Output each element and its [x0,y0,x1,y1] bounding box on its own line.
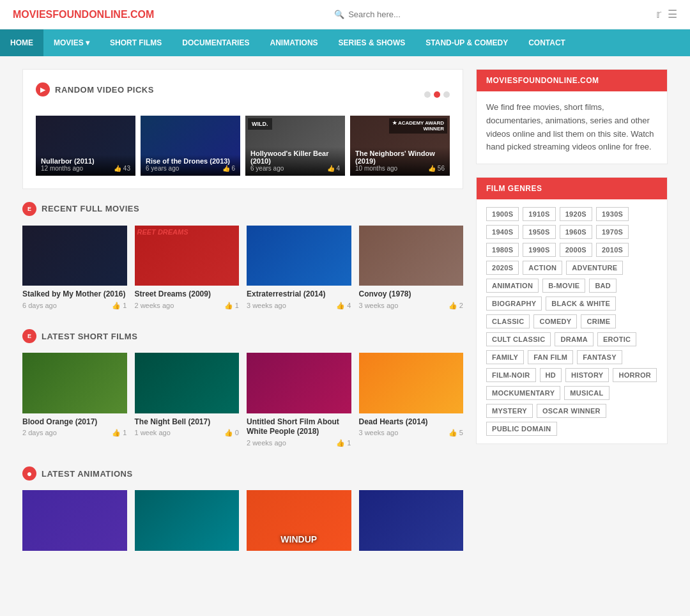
nav-home[interactable]: HOME [0,29,43,56]
twitter-icon[interactable]: 𝕣 [656,8,661,21]
recent-movies-icon: E [22,202,36,216]
genre-tag-1970s[interactable]: 1970S [596,225,629,239]
genre-tag-bad[interactable]: BAD [589,279,617,293]
animations-title: LATEST ANIMATIONS [42,469,133,479]
genre-tag-classic[interactable]: CLASSIC [486,314,530,328]
genre-tag-1920s[interactable]: 1920S [560,207,592,221]
genres-box: FILM GENRES 1900S1910S1920S1930S1940S195… [476,177,668,444]
search-icon: 🔍 [334,10,344,19]
main-container: ▶ RANDOM VIDEO PICKS Nullarbor (2011) [13,56,677,583]
recent-movie-2[interactable]: Extraterrestrial (2014) 3 weeks ago👍 4 [247,226,351,310]
genre-tag-cult-classic[interactable]: CULT CLASSIC [486,332,551,346]
random-pick-card-0[interactable]: Nullarbor (2011) 12 months ago👍 43 [36,116,135,176]
nav-contact[interactable]: CONTACT [518,29,576,56]
random-pick-card-2[interactable]: WILD. Hollywood's Killer Bear (2010) 6 y… [245,116,345,176]
genre-tag-2020s[interactable]: 2020S [486,261,519,275]
genre-tag-black---white[interactable]: BLACK & WHITE [546,296,616,311]
short-films-section: E LATEST SHORT FILMS Blood Orange (2017)… [22,329,463,447]
genre-tag-crime[interactable]: CRIME [581,314,616,328]
social-icons: 𝕣 ☰ [656,8,677,21]
random-picks-header: ▶ RANDOM VIDEO PICKS [36,82,450,106]
animations-grid: WINDUP [22,490,463,551]
genre-tag-1910s[interactable]: 1910S [523,207,555,221]
genre-tag-1900s[interactable]: 1900S [486,207,519,221]
random-picks-title: RANDOM VIDEO PICKS [55,85,154,95]
site-header: MOVIESFOUNDONLINE.COM 🔍 𝕣 ☰ [0,0,690,29]
genre-tag-animation[interactable]: ANIMATION [486,279,539,293]
rss-icon[interactable]: ☰ [668,8,677,21]
genre-tag-1980s[interactable]: 1980S [486,243,519,257]
recent-movie-0[interactable]: Stalked by My Mother (2016) 6 days ago👍 … [22,226,127,310]
short-films-header: E LATEST SHORT FILMS [22,329,463,343]
search-input[interactable] [348,10,476,19]
genre-tag-1990s[interactable]: 1990S [523,243,555,257]
genre-tag-history[interactable]: HISTORY [565,368,609,382]
genre-tag-fantasy[interactable]: FANTASY [577,350,622,364]
genres-header: FILM GENRES [477,178,667,199]
carousel-dot-2[interactable] [434,91,440,98]
genre-tags-container: 1900S1910S1920S1930S1940S1950S1960S1970S… [477,199,667,443]
genre-tag-1930s[interactable]: 1930S [596,207,629,221]
random-picks-title-row: ▶ RANDOM VIDEO PICKS [36,82,154,96]
nav-series-shows[interactable]: SERIES & SHOWS [328,29,416,56]
short-film-2[interactable]: Untitled Short Film About White People (… [247,353,351,447]
site-description: We find free movies, short films, docume… [486,101,657,154]
genre-tag-hd[interactable]: HD [540,368,562,382]
carousel-dot-3[interactable] [443,91,450,98]
random-picks-grid: Nullarbor (2011) 12 months ago👍 43 Rise … [36,116,450,176]
genre-tag-b-movie[interactable]: B-MOVIE [542,279,585,293]
genre-tag-action[interactable]: ACTION [523,261,562,275]
genre-tag-comedy[interactable]: COMEDY [533,314,577,328]
logo-movies: MOVIES [13,9,52,20]
genre-tag-1940s[interactable]: 1940S [486,225,519,239]
genre-tag-2010s[interactable]: 2010S [596,243,629,257]
genre-tag-fan-film[interactable]: FAN FILM [528,350,573,364]
nav-standup-comedy[interactable]: STAND-UP & COMEDY [415,29,518,56]
recent-movies-section: E RECENT FULL MOVIES Stalked by My Mothe… [22,202,463,310]
animation-2[interactable]: WINDUP [247,490,351,551]
genre-tag-musical[interactable]: MUSICAL [564,386,609,400]
site-info-body: We find free movies, short films, docume… [477,91,667,164]
random-picks-icon: ▶ [36,82,50,96]
genre-tag-erotic[interactable]: EROTIC [597,332,636,346]
nav-animations[interactable]: ANIMATIONS [259,29,328,56]
genre-tag-1950s[interactable]: 1950S [523,225,555,239]
short-films-grid: Blood Orange (2017) 2 days ago👍 1 The Ni… [22,353,463,447]
genre-tag-horror[interactable]: HORROR [613,368,657,382]
genre-tag-family[interactable]: FAMILY [486,350,524,364]
carousel-dots [424,91,450,98]
recent-movie-1[interactable]: REET DREAMS Street Dreams (2009) 2 weeks… [135,226,240,310]
animations-icon: ● [22,466,36,481]
animation-1[interactable] [135,490,240,551]
random-pick-card-3[interactable]: ★ ACADEMY AWARDWINNER The Neighbors' Win… [350,116,450,176]
main-nav: HOME MOVIES ▾ SHORT FILMS DOCUMENTARIES … [0,29,690,56]
genre-tag-2000s[interactable]: 2000S [560,243,592,257]
recent-movie-3[interactable]: Convoy (1978) 3 weeks ago👍 2 [359,226,464,310]
short-film-3[interactable]: Dead Hearts (2014) 3 weeks ago👍 5 [359,353,464,447]
short-film-1[interactable]: The Night Bell (2017) 1 week ago👍 0 [135,353,240,447]
genre-tag-film-noir[interactable]: FILM-NOIR [486,368,536,382]
site-info-box: MOVIESFOUNDONLINE.COM We find free movie… [476,69,668,164]
animation-0[interactable] [22,490,127,551]
genre-tag-biography[interactable]: BIOGRAPHY [486,296,542,311]
recent-movies-header: E RECENT FULL MOVIES [22,202,463,216]
random-picks-section: ▶ RANDOM VIDEO PICKS Nullarbor (2011) [22,69,463,189]
genre-tag-adventure[interactable]: ADVENTURE [566,261,623,275]
genre-tag-public-domain[interactable]: PUBLIC DOMAIN [486,422,557,436]
nav-documentaries[interactable]: DOCUMENTARIES [172,29,259,56]
genre-tag-oscar-winner[interactable]: OSCAR WINNER [537,404,606,418]
genre-tag-1960s[interactable]: 1960S [560,225,592,239]
nav-short-films[interactable]: SHORT FILMS [100,29,172,56]
nav-movies[interactable]: MOVIES ▾ [43,29,100,56]
short-films-icon: E [22,329,36,343]
animations-header: ● LATEST ANIMATIONS [22,466,463,481]
short-film-0[interactable]: Blood Orange (2017) 2 days ago👍 1 [22,353,127,447]
content-area: ▶ RANDOM VIDEO PICKS Nullarbor (2011) [22,69,463,570]
site-logo[interactable]: MOVIESFOUNDONLINE.COM [13,9,154,20]
genre-tag-mystery[interactable]: MYSTERY [486,404,533,418]
animation-3[interactable] [359,490,464,551]
genre-tag-drama[interactable]: DRAMA [555,332,593,346]
genre-tag-mockumentary[interactable]: MOCKUMENTARY [486,386,560,400]
random-pick-card-1[interactable]: Rise of the Drones (2013) 6 years ago👍 6 [141,116,240,176]
carousel-dot-1[interactable] [424,91,431,98]
